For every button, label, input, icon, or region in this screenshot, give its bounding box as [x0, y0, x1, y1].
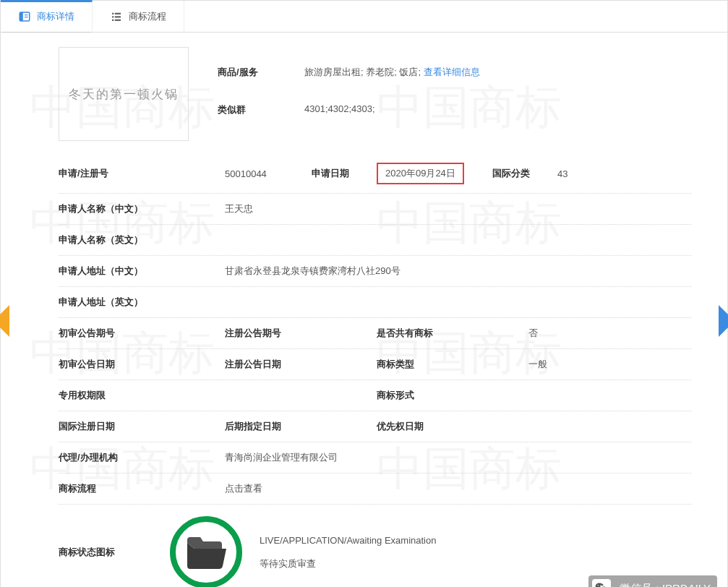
similar-group-value: 4301;4302;4303;	[304, 103, 691, 116]
tm-type-label: 商标类型	[377, 358, 471, 371]
tm-type-value: 一般	[528, 358, 547, 371]
tabs: 商标详情 商标流程	[1, 1, 727, 33]
app-no-label: 申请/注册号	[59, 167, 153, 180]
svg-rect-5	[112, 16, 114, 17]
goods-label: 商品/服务	[218, 66, 304, 79]
detail-icon	[18, 10, 31, 23]
goods-value: 旅游房屋出租; 养老院; 饭店; 查看详细信息	[304, 66, 691, 79]
agency-value: 青海尚润企业管理有限公司	[225, 451, 338, 464]
svg-rect-9	[115, 19, 121, 20]
status-line2: 等待实质审查	[260, 557, 436, 570]
status-line1: LIVE/APPLICATION/Awaiting Examination	[260, 535, 436, 546]
applicant-cn-label: 申请人名称（中文）	[59, 202, 167, 215]
svg-rect-8	[115, 16, 121, 17]
tm-form-label: 商标形式	[377, 389, 471, 402]
addr-en-label: 申请人地址（英文）	[59, 296, 167, 309]
svg-rect-1	[20, 12, 23, 21]
status-label: 商标状态图标	[59, 546, 153, 559]
tab-process-label: 商标流程	[129, 10, 166, 23]
prev-arrow[interactable]	[0, 305, 9, 337]
co-owned-value: 否	[528, 327, 538, 340]
agency-label: 代理/办理机构	[59, 451, 153, 464]
app-date-label: 申请日期	[312, 167, 377, 180]
tab-details[interactable]: 商标详情	[1, 0, 93, 32]
intl-reg-date-label: 国际注册日期	[59, 420, 153, 433]
list-icon	[110, 10, 123, 23]
view-detail-link[interactable]: 查看详细信息	[424, 67, 480, 77]
reg-ann-date-label: 注册公告日期	[225, 358, 319, 371]
next-arrow[interactable]	[719, 305, 728, 337]
priority-date-label: 优先权日期	[377, 420, 471, 433]
addr-cn-label: 申请人地址（中文）	[59, 265, 167, 278]
app-date-value: 2020年09月24日	[377, 163, 464, 184]
addr-cn-value: 甘肃省永登县龙泉寺镇费家湾村八社290号	[225, 265, 401, 278]
excl-period-label: 专用权期限	[59, 389, 153, 402]
trademark-logo: 冬天的第一顿火锅	[59, 47, 189, 141]
applicant-cn-value: 王天忠	[225, 202, 253, 215]
intl-class-label: 国际分类	[492, 167, 557, 180]
reg-ann-no-label: 注册公告期号	[225, 327, 319, 340]
later-desig-label: 后期指定日期	[225, 420, 319, 433]
app-no-value: 50010044	[225, 168, 267, 179]
flow-label: 商标流程	[59, 482, 153, 495]
co-owned-label: 是否共有商标	[377, 327, 471, 340]
similar-group-label: 类似群	[218, 103, 304, 116]
svg-rect-6	[112, 19, 114, 20]
folder-icon	[170, 516, 242, 587]
prelim-ann-no-label: 初审公告期号	[59, 327, 153, 340]
svg-rect-4	[112, 12, 114, 14]
prelim-ann-date-label: 初审公告日期	[59, 358, 153, 371]
flow-link[interactable]: 点击查看	[225, 482, 262, 495]
tab-details-label: 商标详情	[37, 10, 74, 23]
intl-class-value: 43	[557, 168, 568, 179]
applicant-en-label: 申请人名称（英文）	[59, 233, 167, 247]
svg-rect-7	[115, 12, 121, 14]
tab-process[interactable]: 商标流程	[93, 1, 184, 32]
